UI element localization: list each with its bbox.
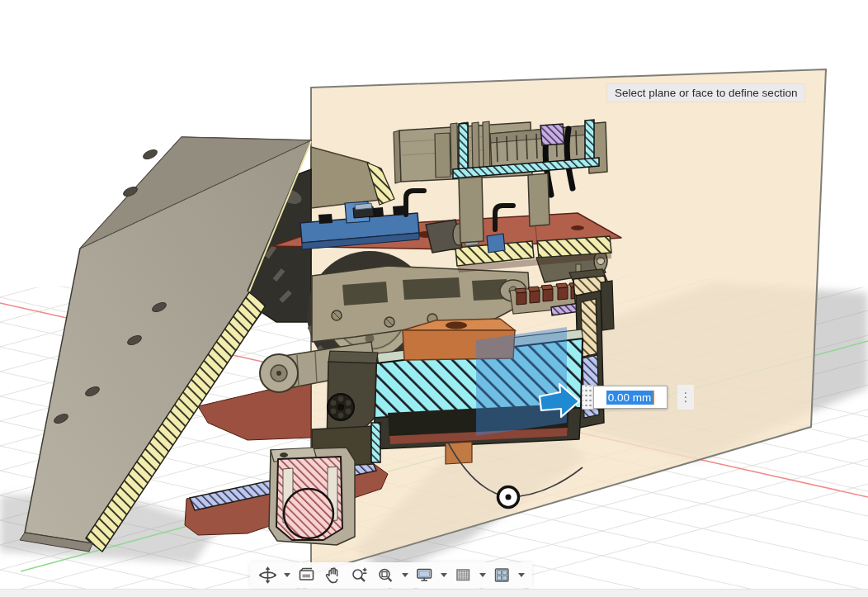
zoom-button[interactable] [349, 565, 370, 585]
navigation-toolbar [250, 562, 532, 588]
zoom-icon [350, 566, 369, 585]
viewports-button[interactable] [492, 565, 512, 585]
orbit-button[interactable] [257, 565, 278, 585]
pan-icon [323, 566, 342, 585]
display-settings-button[interactable] [414, 565, 435, 585]
orbit-dropdown-icon[interactable] [284, 573, 290, 577]
section-offset-widget[interactable]: 0.00 mm ⋮ [582, 385, 694, 410]
grid-and-snaps-icon [454, 566, 473, 585]
bottom-deck-rear [198, 380, 311, 440]
offset-value-text: 0.00 mm [606, 391, 653, 405]
grid-and-snaps-button[interactable] [453, 565, 474, 585]
grid-and-snaps-dropdown-icon[interactable] [479, 573, 486, 577]
look-at-button[interactable] [296, 565, 317, 585]
section-tooltip: Select plane or face to define section [607, 84, 804, 102]
fit-dropdown-icon[interactable] [402, 573, 408, 577]
more-options-icon[interactable]: ⋮ [677, 385, 694, 410]
display-settings-dropdown-icon[interactable] [441, 573, 447, 577]
section-offset-input[interactable]: 0.00 mm [593, 386, 668, 409]
look-at-icon [297, 566, 316, 585]
selected-section-face[interactable] [476, 327, 567, 436]
orbit-icon [258, 566, 277, 585]
fit-icon [376, 566, 395, 585]
text-caret [653, 391, 654, 405]
fit-button[interactable] [375, 565, 396, 585]
drag-grip-icon[interactable] [582, 385, 593, 410]
caster-assembly [269, 448, 355, 545]
pan-button[interactable] [323, 565, 343, 585]
bottom-panel-edge [0, 589, 868, 597]
viewports-dropdown-icon[interactable] [518, 573, 525, 577]
viewports-icon [493, 566, 512, 585]
display-settings-icon [415, 566, 434, 585]
